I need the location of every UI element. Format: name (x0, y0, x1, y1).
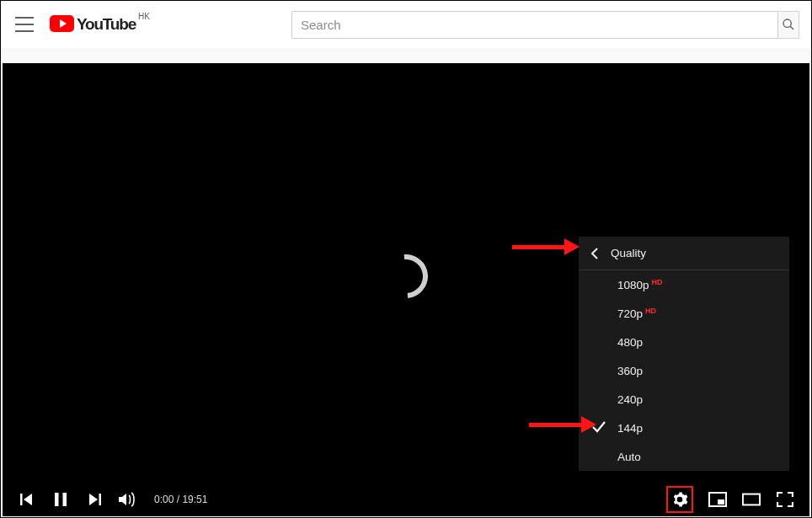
fullscreen-button[interactable] (776, 490, 794, 509)
check-icon (592, 335, 606, 349)
annotation-highlight (666, 486, 693, 513)
previous-button[interactable] (18, 490, 36, 509)
check-icon (592, 393, 606, 406)
content-gap (1, 48, 811, 63)
logo-text: YouTube (77, 15, 136, 34)
svg-point-0 (783, 19, 791, 27)
top-bar: YouTube HK (1, 1, 811, 48)
check-icon (592, 421, 606, 435)
quality-option-label: 240p (617, 393, 643, 406)
volume-button[interactable] (119, 490, 137, 509)
hd-badge: HD (652, 278, 663, 286)
quality-option[interactable]: 360p (579, 356, 789, 385)
check-icon (592, 364, 606, 377)
time-duration: 19:51 (182, 494, 207, 505)
annotation-arrow (512, 238, 580, 255)
chevron-left-icon (590, 248, 599, 259)
hd-badge: HD (645, 307, 656, 315)
settings-button[interactable] (670, 490, 689, 509)
video-player[interactable]: Quality 1080pHD720pHD480p360p240p144pAut… (3, 63, 809, 516)
player-controls: 0:00 / 19:51 (3, 483, 809, 516)
gear-icon (671, 491, 688, 508)
check-icon (592, 307, 606, 320)
loading-spinner-icon (375, 245, 436, 307)
quality-option-label: 1080pHD (617, 279, 663, 291)
quality-option[interactable]: 240p (579, 385, 789, 414)
quality-menu-back[interactable]: Quality (579, 237, 789, 270)
quality-option-label: 720pHD (617, 307, 656, 320)
svg-rect-2 (20, 494, 23, 505)
quality-option-label: 480p (617, 336, 643, 349)
time-current: 0:00 (154, 494, 174, 505)
svg-rect-5 (99, 494, 102, 505)
quality-option-label: 360p (617, 365, 643, 377)
check-icon (592, 450, 606, 463)
search-input[interactable] (291, 11, 778, 39)
pause-button[interactable] (51, 490, 70, 509)
svg-rect-4 (63, 493, 67, 506)
miniplayer-button[interactable] (708, 490, 727, 509)
next-button[interactable] (85, 490, 104, 509)
quality-option[interactable]: 1080pHD (579, 270, 789, 299)
time-display: 0:00 / 19:51 (154, 494, 207, 505)
play-icon (50, 15, 74, 32)
hamburger-icon[interactable] (13, 13, 36, 36)
check-icon (592, 278, 606, 291)
svg-rect-3 (55, 493, 59, 506)
search-container (291, 11, 799, 39)
svg-line-1 (790, 26, 793, 29)
quality-option-label: 144p (617, 422, 643, 435)
quality-option[interactable]: Auto (579, 442, 789, 471)
quality-menu: Quality 1080pHD720pHD480p360p240p144pAut… (579, 237, 789, 471)
quality-option[interactable]: 720pHD (579, 299, 789, 328)
quality-option-label: Auto (617, 451, 641, 463)
search-button[interactable] (778, 11, 799, 39)
theater-button[interactable] (742, 490, 761, 509)
quality-option[interactable]: 480p (579, 328, 789, 356)
quality-menu-title: Quality (611, 247, 646, 259)
svg-rect-7 (718, 499, 724, 505)
youtube-logo[interactable]: YouTube HK (50, 15, 150, 34)
quality-option[interactable]: 144p (579, 414, 789, 442)
svg-rect-8 (743, 494, 760, 505)
search-icon (782, 18, 795, 31)
logo-region: HK (138, 12, 150, 21)
